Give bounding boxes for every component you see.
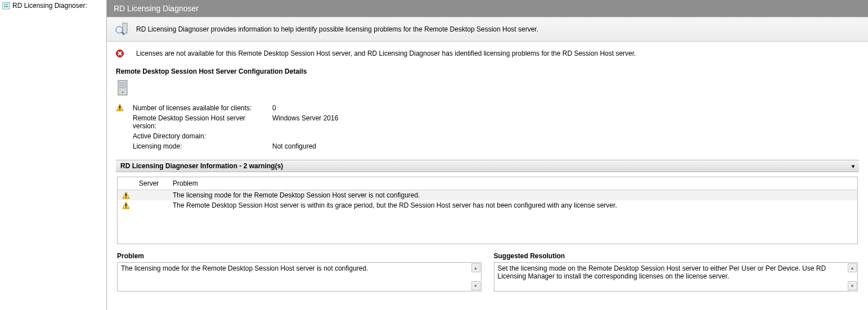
page-title: RD Licensing Diagnoser	[107, 0, 868, 17]
problem-textbox[interactable]: The licensing mode for the Remote Deskto…	[117, 262, 482, 291]
warning-row[interactable]: The licensing mode for the Remote Deskto…	[118, 190, 857, 201]
scroll-down-button[interactable]: ▼	[848, 281, 857, 290]
warning-row[interactable]: The Remote Desktop Session Host server i…	[118, 200, 857, 210]
scroll-up-button[interactable]: ▲	[471, 263, 480, 272]
svg-rect-21	[125, 204, 127, 206]
resolution-header: Suggested Resolution	[494, 252, 858, 260]
resolution-text: Set the licensing mode on the Remote Des…	[498, 264, 826, 280]
warning-server-cell	[134, 190, 168, 201]
tree-pane: RD Licensing Diagnoser:	[0, 0, 107, 310]
server-tower-icon	[117, 80, 859, 97]
svg-rect-10	[119, 82, 126, 84]
warnings-section-title: RD Licensing Diagnoser Information - 2 w…	[120, 162, 283, 170]
warning-problem-cell: The licensing mode for the Remote Deskto…	[168, 190, 857, 201]
kv-value	[269, 132, 338, 141]
warning-icon	[122, 191, 130, 199]
problem-panel: Problem The licensing mode for the Remot…	[117, 252, 482, 291]
main-pane: RD Licensing Diagnoser RD Licensing Diag…	[107, 0, 868, 310]
kv-row: Remote Desktop Session Host server versi…	[133, 114, 338, 131]
info-band: RD Licensing Diagnoser provides informat…	[107, 17, 868, 42]
svg-rect-3	[123, 23, 127, 33]
warnings-table-wrap: Server Problem The licensing mode for th…	[117, 177, 858, 244]
detail-panels: Problem The licensing mode for the Remot…	[117, 252, 858, 291]
kv-label: Active Directory domain:	[133, 132, 268, 141]
kv-row: Active Directory domain:	[133, 132, 338, 141]
svg-rect-18	[125, 194, 127, 196]
diagnoser-tree-icon	[2, 2, 10, 10]
error-icon	[116, 50, 124, 57]
kv-row: Number of licenses available for clients…	[133, 104, 338, 113]
svg-rect-12	[119, 87, 126, 88]
tree-node-rd-licensing[interactable]: RD Licensing Diagnoser:	[0, 0, 106, 11]
col-header-icon[interactable]	[118, 177, 134, 190]
svg-rect-16	[119, 109, 120, 110]
svg-rect-1	[4, 3, 8, 6]
svg-rect-15	[119, 106, 120, 109]
kv-label: Number of licenses available for clients…	[133, 104, 268, 113]
svg-rect-11	[119, 84, 126, 86]
svg-point-13	[122, 92, 124, 93]
config-section-title: Remote Desktop Session Host Server Confi…	[116, 68, 859, 75]
license-alert-text: Licenses are not available for this Remo…	[136, 50, 636, 57]
resolution-panel: Suggested Resolution Set the licensing m…	[494, 252, 858, 291]
warning-server-cell	[134, 200, 168, 210]
warning-icon	[116, 104, 124, 111]
config-kv-table: Number of licenses available for clients…	[132, 102, 339, 152]
content-area: Licenses are not available for this Remo…	[107, 42, 868, 310]
info-band-text: RD Licensing Diagnoser provides informat…	[136, 25, 538, 33]
kv-label: Licensing mode:	[133, 142, 268, 151]
warnings-section-header[interactable]: RD Licensing Diagnoser Information - 2 w…	[116, 160, 859, 172]
kv-label: Remote Desktop Session Host server versi…	[133, 114, 268, 131]
config-details: Number of licenses available for clients…	[116, 102, 859, 152]
chevron-down-icon: ▾	[852, 163, 854, 169]
warnings-table: Server Problem The licensing mode for th…	[118, 177, 857, 210]
problem-text: The licensing mode for the Remote Deskto…	[121, 264, 368, 272]
magnifier-server-icon	[115, 22, 129, 37]
kv-value: Windows Server 2016	[269, 114, 338, 131]
col-header-problem[interactable]: Problem	[168, 177, 857, 190]
problem-header: Problem	[117, 252, 482, 260]
svg-rect-2	[4, 6, 8, 7]
svg-rect-19	[125, 197, 127, 198]
warning-problem-cell: The Remote Desktop Session Host server i…	[168, 200, 857, 210]
scroll-up-button[interactable]: ▲	[848, 263, 857, 272]
svg-rect-22	[125, 207, 127, 208]
license-alert-row: Licenses are not available for this Remo…	[116, 47, 859, 65]
col-header-server[interactable]: Server	[134, 177, 168, 190]
tree-node-label: RD Licensing Diagnoser:	[12, 2, 87, 10]
resolution-textbox[interactable]: Set the licensing mode on the Remote Des…	[494, 262, 858, 291]
app-root: RD Licensing Diagnoser: RD Licensing Dia…	[0, 0, 868, 310]
scroll-down-button[interactable]: ▼	[471, 281, 480, 290]
kv-value: Not configured	[269, 142, 338, 151]
kv-row: Licensing mode:Not configured	[133, 142, 338, 151]
warning-icon	[122, 201, 130, 209]
kv-value: 0	[269, 104, 338, 113]
